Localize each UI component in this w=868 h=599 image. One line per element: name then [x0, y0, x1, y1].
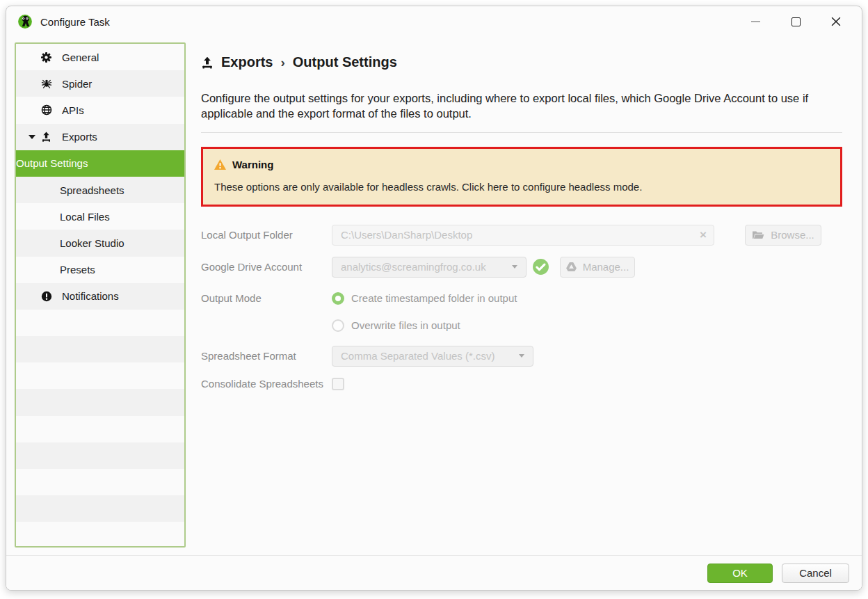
sidebar-item-label: Notifications [62, 290, 119, 302]
sidebar-empty-row [16, 522, 184, 546]
sidebar-item-exports[interactable]: Exports [16, 124, 184, 150]
clear-icon[interactable]: × [700, 229, 707, 241]
maximize-button[interactable] [780, 10, 812, 33]
consolidate-spreadsheets-label: Consolidate Spreadsheets [201, 378, 332, 390]
collapse-arrow-icon[interactable] [29, 135, 35, 139]
window-title: Configure Task [40, 16, 110, 28]
ok-button[interactable]: OK [707, 564, 773, 583]
sidebar-item-label: Spreadsheets [60, 184, 124, 196]
google-drive-account-value: analytics@screamingfrog.co.uk [341, 261, 486, 273]
warning-triangle-icon [214, 159, 226, 170]
minimize-button[interactable] [739, 10, 771, 33]
exclamation-icon [41, 291, 62, 302]
window-controls [731, 10, 852, 33]
browse-button-label: Browse... [771, 229, 814, 241]
sidebar-item-apis[interactable]: APIs [16, 97, 184, 123]
page-description: Configure the output settings for your e… [201, 91, 842, 122]
manage-button[interactable]: Manage... [560, 257, 635, 278]
sidebar-item-notifications[interactable]: Notifications [16, 283, 184, 310]
main-panel: Exports › Output Settings Configure the … [201, 42, 842, 401]
close-button[interactable] [820, 10, 852, 33]
upload-icon [201, 56, 214, 69]
warning-title: Warning [232, 159, 273, 170]
sidebar-item-local-files[interactable]: Local Files [16, 203, 184, 230]
close-icon [831, 17, 841, 26]
sidebar-empty-row [16, 310, 184, 336]
warning-message[interactable]: These options are only available for hea… [214, 181, 829, 193]
sidebar-item-presets[interactable]: Presets [16, 257, 184, 283]
sidebar-empty-row [16, 336, 184, 362]
manage-button-label: Manage... [583, 261, 629, 273]
local-output-folder-label: Local Output Folder [201, 229, 332, 241]
maximize-icon [791, 17, 801, 26]
sidebar-item-label: General [62, 51, 99, 63]
spreadsheet-format-value: Comma Separated Values (*.csv) [341, 350, 495, 362]
radio-timestamped-folder-label: Create timestamped folder in output [351, 292, 517, 304]
spreadsheet-format-select[interactable]: Comma Separated Values (*.csv) [332, 346, 533, 367]
google-drive-account-label: Google Drive Account [201, 261, 332, 273]
breadcrumb: Exports › Output Settings [201, 54, 842, 70]
spider-icon [41, 78, 62, 89]
sidebar-item-label: Spider [62, 78, 92, 90]
globe-icon [41, 104, 62, 115]
sidebar-empty-row [16, 416, 184, 442]
sidebar-item-spider[interactable]: Spider [16, 70, 184, 97]
sidebar-empty-row [16, 362, 184, 389]
section-divider [201, 132, 842, 133]
connected-check-icon [532, 258, 549, 275]
settings-nav-sidebar: General Spider [15, 42, 186, 548]
cancel-button[interactable]: Cancel [782, 564, 849, 583]
sidebar-item-spreadsheets[interactable]: Spreadsheets [16, 177, 184, 203]
warning-banner: Warning These options are only available… [201, 147, 842, 207]
sidebar-item-label: Output Settings [16, 157, 88, 169]
local-output-folder-value: C:\Users\DanSharp\Desktop [341, 229, 472, 241]
sidebar-item-output-settings[interactable]: Output Settings [16, 150, 184, 177]
upload-icon [41, 131, 62, 142]
chevron-down-icon [512, 265, 517, 269]
folder-icon [752, 230, 764, 240]
gear-icon [41, 52, 62, 63]
output-mode-label: Output Mode [201, 292, 332, 304]
spreadsheet-format-label: Spreadsheet Format [201, 350, 332, 362]
breadcrumb-parent[interactable]: Exports [221, 54, 273, 70]
sidebar-item-label: Exports [62, 131, 97, 143]
breadcrumb-separator: › [280, 55, 284, 70]
chevron-down-icon [519, 354, 524, 358]
sidebar-item-label: Looker Studio [60, 237, 124, 249]
sidebar-item-label: Presets [60, 264, 95, 275]
dialog-footer: OK Cancel [6, 555, 862, 590]
sidebar-empty-row [16, 469, 184, 495]
titlebar: Configure Task [6, 6, 862, 37]
minimize-icon [751, 21, 760, 22]
consolidate-spreadsheets-checkbox[interactable] [332, 378, 344, 390]
sidebar-empty-row [16, 495, 184, 522]
radio-timestamped-folder[interactable] [332, 292, 344, 305]
configure-task-window: Configure Task [6, 6, 862, 591]
page-title: Output Settings [293, 54, 397, 70]
sidebar-item-label: APIs [62, 104, 84, 116]
sidebar-item-general[interactable]: General [16, 44, 184, 70]
google-drive-account-select[interactable]: analytics@screamingfrog.co.uk [332, 257, 527, 278]
output-settings-form: Local Output Folder C:\Users\DanSharp\De… [201, 225, 842, 390]
radio-overwrite-files[interactable] [332, 319, 344, 332]
browse-button[interactable]: Browse... [745, 225, 821, 246]
sidebar-item-looker-studio[interactable]: Looker Studio [16, 230, 184, 256]
google-drive-icon [566, 262, 577, 271]
radio-overwrite-files-label: Overwrite files in output [351, 319, 460, 331]
sidebar-empty-row [16, 442, 184, 469]
sidebar-empty-row [16, 389, 184, 415]
screaming-frog-logo-icon [17, 14, 33, 29]
local-output-folder-input[interactable]: C:\Users\DanSharp\Desktop × [332, 225, 714, 246]
sidebar-item-label: Local Files [60, 211, 110, 223]
